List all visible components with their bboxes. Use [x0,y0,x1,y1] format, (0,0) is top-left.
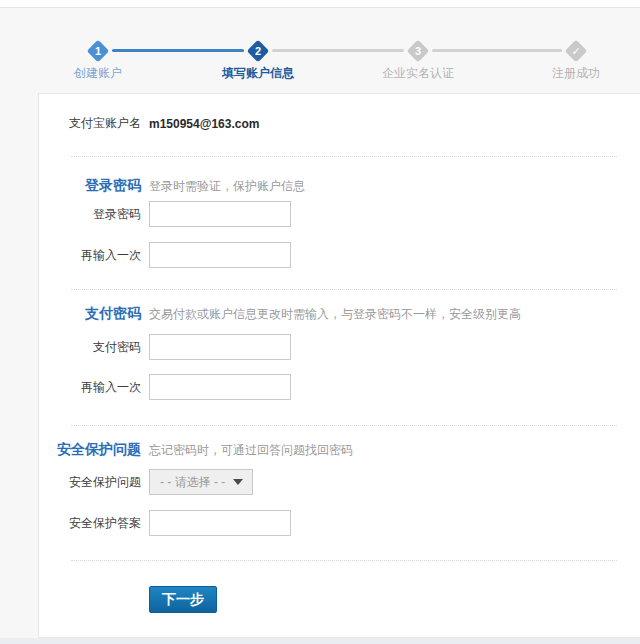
payment-password-confirm-input[interactable] [149,374,291,400]
payment-password-label: 支付密码 [39,339,141,356]
top-header-strip [0,0,640,8]
dropdown-arrow-icon [233,479,243,485]
section-title: 安全保护问题 [39,441,141,459]
login-password-confirm-label: 再输入一次 [39,247,141,264]
security-question-select[interactable]: - - 请选择 - - [149,469,253,495]
alipay-account-row: 支付宝账户名 m150954@163.com [39,115,640,132]
section-description: 登录时需验证，保护账户信息 [149,178,305,195]
security-question-row: 安全保护问题 - - 请选择 - - [39,469,640,495]
security-answer-row: 安全保护答案 [39,510,640,536]
login-password-row: 登录密码 [39,201,640,227]
account-name-value: m150954@163.com [149,117,259,131]
security-answer-input[interactable] [149,510,291,536]
next-step-button[interactable]: 下一步 [149,586,217,613]
step-4-marker: ✓ [565,40,588,63]
section-login-password-header: 登录密码 登录时需验证，保护账户信息 [39,177,640,195]
account-info-form-panel: 支付宝账户名 m150954@163.com 登录密码 登录时需验证，保护账户信… [38,93,640,638]
step-2-label: 填写账户信息 [198,65,318,82]
payment-password-confirm-label: 再输入一次 [39,379,141,396]
step-1-marker: 1 [87,40,110,63]
account-name-label: 支付宝账户名 [39,115,141,132]
divider [71,560,617,561]
form-actions: 下一步 [149,586,640,613]
security-answer-label: 安全保护答案 [39,515,141,532]
section-description: 交易付款或账户信息更改时需输入，与登录密码不一样，安全级别更高 [149,306,521,323]
bottom-footer-strip [0,638,640,644]
section-description: 忘记密码时，可通过回答问题找回密码 [149,442,353,459]
step-connector-3-4 [432,49,562,52]
payment-password-confirm-row: 再输入一次 [39,374,640,400]
login-password-label: 登录密码 [39,206,141,223]
security-question-label: 安全保护问题 [39,474,141,491]
payment-password-row: 支付密码 [39,334,640,360]
payment-password-input[interactable] [149,334,291,360]
step-3-marker: 3 [407,40,430,63]
section-security-question-header: 安全保护问题 忘记密码时，可通过回答问题找回密码 [39,441,640,459]
step-3-label: 企业实名认证 [358,65,478,82]
check-icon: ✓ [568,43,584,59]
step-connector-1-2 [112,49,244,52]
step-connector-2-3 [272,49,404,52]
section-title: 登录密码 [39,177,141,195]
select-placeholder: - - 请选择 - - [150,474,233,491]
section-payment-password-header: 支付密码 交易付款或账户信息更改时需输入，与登录密码不一样，安全级别更高 [39,305,640,323]
divider [71,289,617,290]
login-password-input[interactable] [149,201,291,227]
login-password-confirm-input[interactable] [149,242,291,268]
registration-step-wizard: 1 创建账户 2 填写账户信息 3 企业实名认证 ✓ 注册成功 [0,9,640,93]
step-number: 2 [250,43,266,59]
step-1-label: 创建账户 [38,65,158,82]
step-number: 3 [410,43,426,59]
step-2-marker: 2 [247,40,270,63]
step-4-label: 注册成功 [516,65,636,82]
step-number: 1 [90,43,106,59]
divider [71,425,617,426]
login-password-confirm-row: 再输入一次 [39,242,640,268]
section-title: 支付密码 [39,305,141,323]
divider [71,156,617,157]
